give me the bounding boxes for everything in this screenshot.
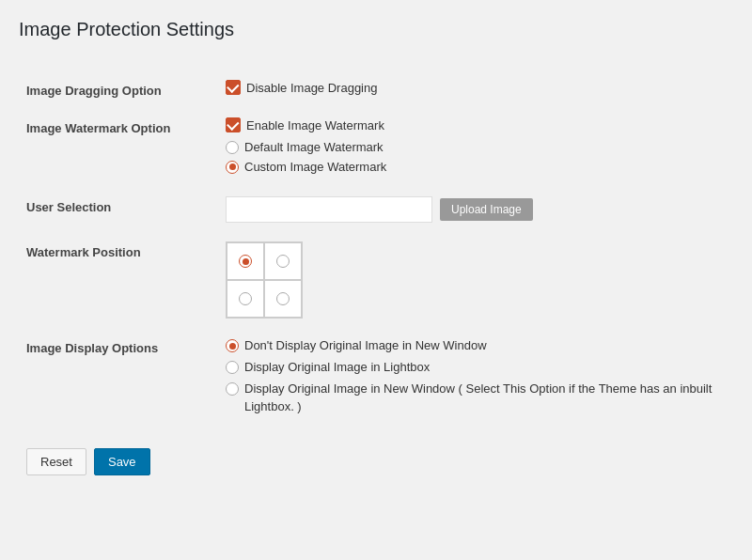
display-new-window-label: Display Original Image in New Window ( S…	[244, 381, 726, 414]
image-dragging-row: Image Dragging Option Disable Image Drag…	[19, 70, 733, 108]
form-buttons: Reset Save	[19, 448, 733, 475]
watermark-position-control	[207, 232, 733, 328]
image-display-control: Don't Display Original Image in New Wind…	[207, 328, 733, 429]
watermark-sub-options: Default Image Watermark Custom Image Wat…	[226, 140, 726, 174]
user-selection-row: User Selection Upload Image	[19, 187, 733, 232]
image-dragging-label: Image Dragging Option	[19, 70, 207, 108]
position-top-right-radio[interactable]	[276, 255, 290, 268]
position-grid	[226, 241, 303, 319]
custom-watermark-option[interactable]: Custom Image Watermark	[226, 160, 726, 174]
position-top-right[interactable]	[264, 242, 302, 280]
display-option-lightbox[interactable]: Display Original Image in Lightbox	[226, 359, 726, 376]
file-input-area: Upload Image	[226, 196, 726, 223]
reset-button[interactable]: Reset	[26, 448, 86, 475]
position-top-left[interactable]	[227, 242, 264, 280]
image-dragging-checkbox-label: Disable Image Dragging	[246, 81, 377, 95]
settings-table: Image Dragging Option Disable Image Drag…	[19, 70, 733, 429]
display-lightbox-radio[interactable]	[226, 361, 239, 374]
watermark-position-label: Watermark Position	[19, 232, 207, 328]
position-top-left-radio[interactable]	[239, 255, 252, 268]
image-watermark-checkbox-label: Enable Image Watermark	[246, 118, 384, 132]
custom-watermark-radio[interactable]	[226, 161, 239, 174]
position-bottom-right-radio[interactable]	[276, 292, 290, 305]
image-watermark-row: Image Watermark Option Enable Image Wate…	[19, 108, 733, 187]
image-display-label: Image Display Options	[19, 328, 207, 429]
page-container: Image Protection Settings Image Dragging…	[0, 0, 752, 560]
user-selection-label: User Selection	[19, 187, 207, 232]
save-button[interactable]: Save	[94, 448, 150, 475]
position-bottom-left-radio[interactable]	[239, 292, 252, 305]
image-dragging-checkbox[interactable]	[226, 80, 241, 95]
image-dragging-option[interactable]: Disable Image Dragging	[226, 80, 726, 95]
image-watermark-checkbox[interactable]	[226, 117, 241, 132]
position-bottom-left[interactable]	[227, 280, 264, 318]
default-watermark-option[interactable]: Default Image Watermark	[226, 140, 726, 154]
display-option-new-window[interactable]: Display Original Image in New Window ( S…	[226, 381, 726, 414]
page-title: Image Protection Settings	[19, 19, 733, 48]
custom-watermark-label: Custom Image Watermark	[244, 160, 386, 174]
display-option-no-new-window[interactable]: Don't Display Original Image in New Wind…	[226, 337, 726, 354]
display-lightbox-label: Display Original Image in Lightbox	[244, 359, 430, 376]
position-bottom-right[interactable]	[264, 280, 302, 318]
default-watermark-radio[interactable]	[226, 141, 239, 154]
display-no-new-window-label: Don't Display Original Image in New Wind…	[244, 337, 487, 354]
watermark-position-row: Watermark Position	[19, 232, 733, 328]
image-watermark-label: Image Watermark Option	[19, 108, 207, 187]
display-no-new-window-radio[interactable]	[226, 339, 239, 352]
user-selection-control: Upload Image	[207, 187, 733, 232]
upload-image-button[interactable]: Upload Image	[440, 198, 533, 221]
file-text-input[interactable]	[226, 196, 432, 223]
display-new-window-radio[interactable]	[226, 382, 239, 396]
default-watermark-label: Default Image Watermark	[244, 140, 384, 154]
image-watermark-control: Enable Image Watermark Default Image Wat…	[207, 108, 733, 187]
image-watermark-enable-option[interactable]: Enable Image Watermark	[226, 117, 726, 132]
image-dragging-control: Disable Image Dragging	[207, 70, 733, 108]
image-display-row: Image Display Options Don't Display Orig…	[19, 328, 733, 429]
